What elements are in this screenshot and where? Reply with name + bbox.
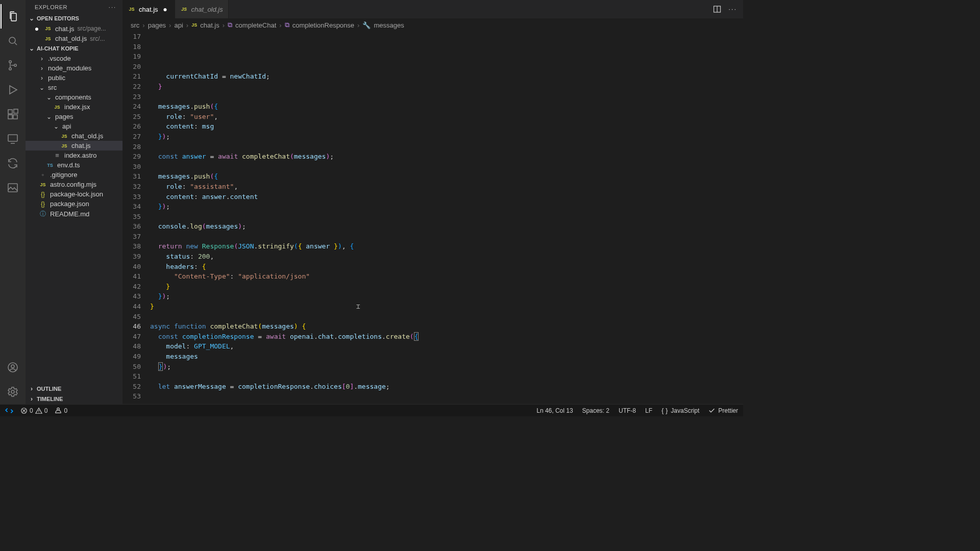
js-icon: JS — [39, 182, 47, 187]
js-icon: JS — [44, 26, 52, 31]
timeline-header[interactable]: › TIMELINE — [26, 394, 122, 404]
extensions-icon[interactable] — [1, 102, 25, 127]
more-icon[interactable]: ··· — [109, 4, 116, 10]
js-icon: JS — [128, 7, 136, 12]
folder-name: node_modules — [48, 64, 91, 72]
code-content[interactable]: ⌶ currentChatId = newChatId; } messages.… — [150, 32, 743, 404]
ports[interactable]: 0 — [55, 407, 67, 414]
run-debug-icon[interactable] — [1, 78, 25, 102]
chevron-down-icon: ⌄ — [29, 15, 35, 22]
source-control-icon[interactable] — [1, 53, 25, 78]
outline-header[interactable]: › OUTLINE — [26, 384, 122, 394]
tab-inactive[interactable]: JS chat_old.js — [175, 0, 229, 18]
file-item[interactable]: ≡index.astro — [26, 151, 122, 160]
js-icon: JS — [180, 7, 188, 12]
file-name: README.md — [50, 210, 89, 218]
open-editor-item[interactable]: ● JS chat.js src/page... — [26, 23, 122, 34]
project-label: AI-CHAT KOPIE — [37, 45, 79, 52]
svg-point-15 — [57, 408, 59, 410]
json-icon: {} — [39, 201, 47, 208]
prettier-label: Prettier — [718, 407, 738, 414]
open-editor-name: chat_old.js — [55, 35, 87, 42]
errors-warnings[interactable]: 0 0 — [20, 407, 47, 414]
breadcrumb-item[interactable]: completionResponse — [292, 21, 354, 29]
modified-dot-icon[interactable]: ● — [161, 5, 169, 13]
svg-rect-7 — [14, 109, 18, 113]
folder-item[interactable]: ⌄pages — [26, 112, 122, 121]
explorer-icon[interactable] — [1, 4, 25, 29]
language-mode[interactable]: { }JavaScript — [662, 407, 699, 414]
breadcrumb-item[interactable]: src — [131, 21, 139, 29]
breadcrumbs[interactable]: src› pages› api› JS chat.js› ⧉ completeC… — [122, 18, 743, 32]
breadcrumb-item[interactable]: api — [174, 21, 183, 29]
breadcrumb-item[interactable]: completeChat — [235, 21, 276, 29]
svg-rect-8 — [8, 135, 17, 141]
js-icon: JS — [191, 22, 197, 28]
file-name: env.d.ts — [57, 161, 80, 169]
remote-icon[interactable] — [5, 407, 13, 415]
file-item[interactable]: TSenv.d.ts — [26, 160, 122, 170]
more-icon[interactable]: ··· — [728, 5, 737, 13]
info-icon: ⓘ — [39, 210, 47, 218]
breadcrumb-item[interactable]: chat.js — [200, 21, 219, 29]
svg-point-3 — [14, 64, 16, 66]
svg-point-0 — [9, 37, 15, 43]
folder-name: api — [62, 122, 71, 130]
file-item[interactable]: {}package.json — [26, 199, 122, 209]
remote-explorer-icon[interactable] — [1, 127, 25, 151]
chevron-right-icon: › — [39, 55, 45, 62]
svg-point-12 — [11, 390, 14, 393]
folder-item[interactable]: ⌄api — [26, 121, 122, 131]
folder-item[interactable]: ›node_modules — [26, 63, 122, 73]
breadcrumb-item[interactable]: messages — [374, 21, 404, 29]
project-header[interactable]: ⌄ AI-CHAT KOPIE — [26, 43, 122, 54]
chevron-right-icon: › — [39, 74, 45, 82]
file-name: astro.config.mjs — [50, 181, 96, 188]
file-item[interactable]: JSchat_old.js — [26, 131, 122, 141]
file-name: chat_old.js — [71, 132, 103, 140]
js-icon: JS — [44, 36, 52, 41]
tab-active[interactable]: JS chat.js ● — [122, 0, 175, 18]
file-item[interactable]: JSindex.jsx — [26, 102, 122, 112]
open-editor-item[interactable]: JS chat_old.js src/... — [26, 34, 122, 43]
open-editors-header[interactable]: ⌄ OPEN EDITORS — [26, 13, 122, 23]
open-editor-path: src/... — [90, 35, 105, 42]
indentation[interactable]: Spaces: 2 — [582, 407, 609, 414]
file-item[interactable]: {}package-lock.json — [26, 189, 122, 199]
chevron-right-icon: › — [29, 385, 35, 392]
breadcrumb-item[interactable]: pages — [148, 21, 166, 29]
file-item[interactable]: JSastro.config.mjs — [26, 180, 122, 189]
image-icon[interactable] — [1, 176, 25, 200]
settings-icon[interactable] — [1, 380, 25, 404]
folder-item[interactable]: ⌄src — [26, 83, 122, 92]
js-icon: JS — [60, 134, 68, 139]
folder-name: public — [48, 74, 65, 82]
file-item[interactable]: JSchat.js — [26, 141, 122, 151]
outline-label: OUTLINE — [37, 386, 61, 392]
prettier-status[interactable]: Prettier — [708, 407, 738, 414]
warning-count: 0 — [44, 407, 48, 414]
language-label: JavaScript — [671, 407, 699, 414]
encoding[interactable]: UTF-8 — [619, 407, 636, 414]
folder-item[interactable]: ›public — [26, 73, 122, 83]
field-icon: 🔧 — [362, 21, 371, 29]
eol[interactable]: LF — [645, 407, 652, 414]
file-item[interactable]: ◦.gitignore — [26, 170, 122, 180]
cursor-position[interactable]: Ln 46, Col 13 — [536, 407, 573, 414]
chevron-right-icon: › — [39, 65, 45, 72]
folder-item[interactable]: ⌄components — [26, 92, 122, 102]
file-name: chat.js — [71, 142, 91, 149]
sync-icon[interactable] — [1, 151, 25, 176]
svg-rect-9 — [8, 184, 17, 192]
accounts-icon[interactable] — [1, 355, 25, 380]
ts-icon: TS — [46, 163, 54, 168]
chevron-down-icon: ⌄ — [29, 45, 35, 52]
astro-icon: ≡ — [53, 152, 61, 159]
search-icon[interactable] — [1, 29, 25, 53]
split-editor-icon[interactable] — [713, 5, 721, 13]
code-editor[interactable]: 1718192021222324252627282930313233343536… — [122, 32, 743, 404]
svg-point-2 — [9, 68, 11, 70]
folder-name: src — [48, 84, 57, 91]
file-item[interactable]: ⓘREADME.md — [26, 209, 122, 219]
folder-item[interactable]: ›.vscode — [26, 54, 122, 63]
